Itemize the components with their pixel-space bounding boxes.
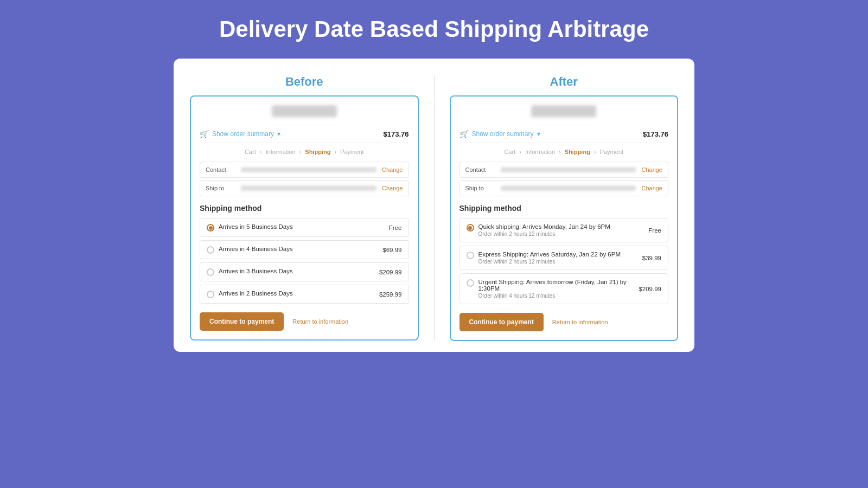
after-chevron-icon: ▾: [537, 130, 540, 138]
after-contact-label: Contact: [465, 166, 495, 173]
before-option-label-3: Arrives in 2 Business Days: [219, 290, 293, 297]
before-contact-change[interactable]: Change: [382, 166, 403, 173]
before-shipping-option-1[interactable]: Arrives in 4 Business Days $69.99: [200, 240, 409, 259]
after-contact-row: Contact Change: [459, 162, 669, 178]
before-checkout-card: 🛒 Show order summary ▾ $173.76 Cart › In…: [190, 95, 419, 341]
before-footer-actions: Continue to payment Return to informatio…: [200, 312, 409, 331]
before-option-price-0: Free: [389, 224, 402, 231]
before-shipto-row: Ship to Change: [200, 180, 409, 196]
before-order-summary-label: Show order summary: [212, 130, 274, 138]
before-shipping-option-2[interactable]: Arrives in 3 Business Days $209.99: [200, 262, 409, 281]
panel-divider: [434, 75, 435, 341]
before-shipping-section: Shipping method Arrives in 5 Business Da…: [200, 204, 409, 304]
before-option-label-0: Arrives in 5 Business Days: [219, 223, 293, 230]
after-return-link[interactable]: Return to information: [552, 319, 608, 325]
after-option-label-0: Quick shipping: Arrives Monday, Jan 24 b…: [478, 223, 610, 230]
before-contact-row: Contact Change: [200, 162, 409, 178]
after-option-sub-0: Order within 2 hours 12 minutes: [478, 231, 610, 237]
before-continue-button[interactable]: Continue to payment: [200, 312, 284, 331]
after-panel: After 🛒 Show order summary ▾ $173.76 Car…: [450, 75, 679, 341]
before-breadcrumb: Cart › Information › Shipping › Payment: [200, 149, 409, 155]
after-shipping-title: Shipping method: [459, 204, 669, 213]
after-radio-2: [467, 279, 474, 287]
before-radio-1: [207, 246, 214, 254]
after-footer-actions: Continue to payment Return to informatio…: [459, 313, 669, 331]
after-shipto-row: Ship to Change: [459, 180, 669, 196]
after-cart-icon: 🛒: [459, 130, 469, 138]
before-shipto-value: [241, 185, 376, 191]
after-shipping-option-2[interactable]: Urgent Shipping: Arrives tomorrow (Frida…: [459, 273, 669, 304]
before-option-label-2: Arrives in 3 Business Days: [219, 268, 293, 274]
before-radio-0: [207, 224, 214, 232]
before-return-link[interactable]: Return to information: [292, 318, 348, 325]
after-shipping-option-0[interactable]: Quick shipping: Arrives Monday, Jan 24 b…: [459, 218, 669, 242]
before-option-price-1: $69.99: [382, 247, 401, 253]
after-radio-1: [467, 252, 474, 259]
after-shipping-section: Shipping method Quick shipping: Arrives …: [459, 204, 669, 304]
before-option-price-2: $209.99: [379, 269, 402, 275]
after-order-summary-bar[interactable]: 🛒 Show order summary ▾ $173.76: [459, 125, 669, 143]
after-option-label-1: Express Shipping: Arrives Saturday, Jan …: [478, 251, 621, 258]
before-radio-2: [207, 268, 214, 276]
before-option-price-3: $259.99: [379, 291, 402, 298]
after-label: After: [550, 75, 578, 89]
after-shipto-change[interactable]: Change: [641, 185, 662, 191]
after-shipto-label: Ship to: [465, 185, 495, 191]
after-option-label-2: Urgent Shipping: Arrives tomorrow (Frida…: [478, 279, 639, 292]
after-radio-0: [467, 224, 474, 232]
cart-icon: 🛒: [200, 130, 209, 138]
after-option-price-2: $209.99: [639, 286, 661, 292]
before-contact-label: Contact: [206, 166, 235, 173]
before-contact-value: [241, 167, 376, 172]
before-shipping-option-3[interactable]: Arrives in 2 Business Days $259.99: [200, 285, 409, 304]
after-order-total: $173.76: [643, 130, 668, 138]
after-breadcrumb: Cart › Information › Shipping › Payment: [459, 149, 669, 155]
chevron-down-icon: ▾: [277, 130, 280, 138]
after-logo: [531, 105, 596, 117]
before-logo: [272, 105, 337, 117]
before-label: Before: [285, 75, 323, 89]
comparison-container: Before 🛒 Show order summary ▾ $173.76 Ca…: [174, 59, 694, 352]
after-continue-button[interactable]: Continue to payment: [459, 313, 544, 331]
before-order-summary-bar[interactable]: 🛒 Show order summary ▾ $173.76: [200, 125, 409, 143]
before-shipping-title: Shipping method: [200, 204, 409, 213]
after-option-sub-2: Order within 4 hours 12 minutes: [478, 293, 639, 299]
after-option-price-0: Free: [648, 227, 661, 234]
before-shipto-change[interactable]: Change: [382, 185, 403, 191]
after-option-price-1: $39.99: [642, 255, 661, 261]
before-option-label-1: Arrives in 4 Business Days: [219, 246, 293, 252]
page-title: Delivery Date Based Shipping Arbitrage: [219, 16, 649, 42]
before-shipping-option-0[interactable]: Arrives in 5 Business Days Free: [200, 218, 409, 237]
after-order-summary-left[interactable]: 🛒 Show order summary ▾: [459, 130, 540, 138]
after-checkout-card: 🛒 Show order summary ▾ $173.76 Cart › In…: [450, 95, 679, 341]
before-shipto-label: Ship to: [206, 185, 235, 191]
after-order-summary-label: Show order summary: [472, 130, 534, 138]
before-panel: Before 🛒 Show order summary ▾ $173.76 Ca…: [190, 75, 419, 341]
after-option-sub-1: Order within 2 hours 12 minutes: [478, 259, 621, 265]
after-contact-value: [501, 167, 636, 172]
before-order-summary-left[interactable]: 🛒 Show order summary ▾: [200, 130, 280, 138]
after-shipping-option-1[interactable]: Express Shipping: Arrives Saturday, Jan …: [459, 246, 669, 270]
before-order-total: $173.76: [384, 130, 409, 138]
before-radio-3: [207, 291, 214, 298]
after-shipto-value: [501, 185, 636, 191]
after-contact-change[interactable]: Change: [641, 166, 662, 173]
